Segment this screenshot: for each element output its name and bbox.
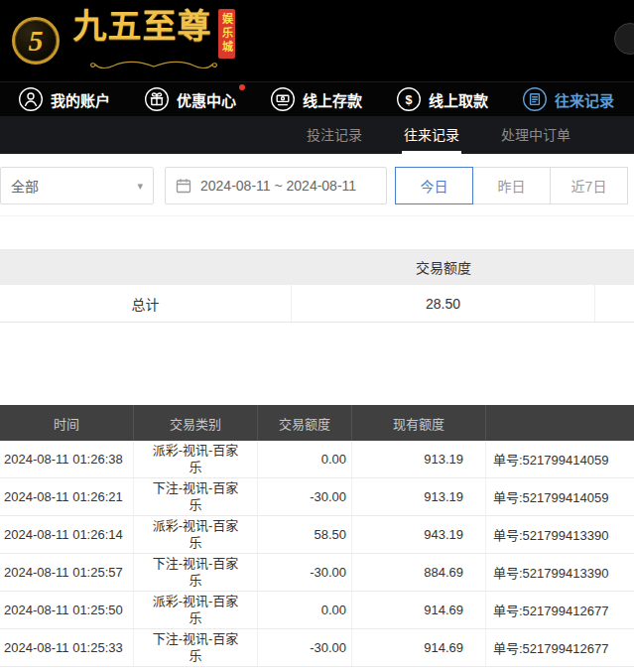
type-cell: 下注-视讯-百家乐 bbox=[134, 554, 258, 591]
gift-icon bbox=[144, 86, 170, 112]
time-cell: 2024-08-11 01:25:57 bbox=[0, 554, 134, 591]
balance-cell: 913.19 bbox=[352, 478, 486, 515]
chevron-down-icon: ▾ bbox=[137, 180, 143, 193]
amount-cell: 58.50 bbox=[258, 516, 352, 553]
filter-bar: 全部 ▾ 2024-08-11 ~ 2024-08-11 今日 昨日 近7日 bbox=[0, 154, 634, 216]
logo-coin-icon: 5 bbox=[12, 17, 60, 65]
site-logo[interactable]: 5 九五至尊 娱乐城 bbox=[0, 9, 238, 72]
main-nav: 我的账户 优惠中心 bbox=[0, 81, 634, 116]
order-cell: 单号:521799412677 bbox=[486, 629, 634, 666]
range-last7days-button[interactable]: 近7日 bbox=[550, 167, 628, 204]
amount-cell: 0.00 bbox=[258, 592, 352, 628]
summary-total-label: 总计 bbox=[0, 285, 292, 322]
summary-total-value: 28.50 bbox=[292, 285, 595, 322]
balance-cell: 913.19 bbox=[352, 441, 486, 477]
notification-dot bbox=[239, 84, 245, 90]
col-header-order bbox=[486, 405, 634, 441]
nav-label: 我的账户 bbox=[51, 89, 110, 110]
order-cell: 单号:521799414059 bbox=[486, 441, 634, 477]
records-icon bbox=[522, 86, 548, 112]
order-cell: 单号:521799414059 bbox=[486, 478, 634, 515]
col-header-type: 交易类别 bbox=[134, 405, 258, 441]
type-cell: 下注-视讯-百家乐 bbox=[134, 629, 258, 666]
records-table-header: 时间 交易类别 交易额度 现有额度 bbox=[0, 405, 634, 441]
col-header-amount: 交易额度 bbox=[258, 405, 352, 441]
balance-cell: 943.19 bbox=[352, 516, 486, 553]
table-row: 2024-08-11 01:26:14 派彩-视讯-百家乐 58.50 943.… bbox=[0, 516, 634, 554]
quick-range-group: 今日 昨日 近7日 bbox=[395, 167, 628, 204]
order-cell: 单号:521799413390 bbox=[486, 554, 634, 591]
balance-cell: 914.69 bbox=[352, 592, 486, 628]
amount-cell: 0.00 bbox=[258, 441, 352, 477]
nav-item-withdraw[interactable]: $ 线上取款 bbox=[396, 86, 488, 112]
time-cell: 2024-08-11 01:25:50 bbox=[0, 592, 134, 628]
record-tabs: 投注记录 往来记录 处理中订单 bbox=[0, 116, 634, 154]
tab-transaction-records[interactable]: 往来记录 bbox=[402, 116, 461, 154]
time-cell: 2024-08-11 01:26:21 bbox=[0, 478, 134, 515]
time-cell: 2024-08-11 01:26:38 bbox=[0, 441, 134, 477]
summary-amount-header: 交易额度 bbox=[292, 257, 595, 277]
nav-item-records[interactable]: 往来记录 bbox=[522, 86, 614, 112]
table-row: 2024-08-11 01:25:57 下注-视讯-百家乐 -30.00 884… bbox=[0, 554, 634, 592]
withdraw-icon: $ bbox=[396, 86, 422, 112]
nav-label: 往来记录 bbox=[555, 89, 614, 110]
amount-cell: -30.00 bbox=[258, 554, 352, 591]
svg-text:$: $ bbox=[406, 93, 413, 107]
balance-cell: 884.69 bbox=[352, 554, 486, 591]
nav-item-my-account[interactable]: 我的账户 bbox=[18, 86, 110, 112]
type-cell: 派彩-视讯-百家乐 bbox=[134, 441, 258, 477]
balance-cell: 914.69 bbox=[352, 629, 486, 666]
col-header-balance: 现有额度 bbox=[352, 405, 486, 441]
table-row: 2024-08-11 01:26:38 派彩-视讯-百家乐 0.00 913.1… bbox=[0, 441, 634, 478]
site-header: 5 九五至尊 娱乐城 bbox=[0, 0, 634, 81]
nav-item-promotions[interactable]: 优惠中心 bbox=[144, 86, 236, 112]
type-select-value: 全部 bbox=[11, 176, 39, 196]
order-cell: 单号:521799413390 bbox=[486, 516, 634, 553]
type-cell: 派彩-视讯-百家乐 bbox=[134, 516, 258, 553]
spacer bbox=[0, 323, 634, 405]
range-today-button[interactable]: 今日 bbox=[395, 167, 473, 204]
logo-symbol: 5 bbox=[29, 24, 44, 58]
calendar-icon bbox=[176, 178, 191, 194]
summary-header-row: 交易额度 bbox=[0, 249, 634, 285]
nav-label: 线上取款 bbox=[429, 89, 488, 110]
order-cell: 单号:521799412677 bbox=[486, 592, 634, 628]
date-range-picker[interactable]: 2024-08-11 ~ 2024-08-11 bbox=[165, 167, 387, 204]
logo-title: 九五至尊 bbox=[73, 9, 212, 45]
page: 5 九五至尊 娱乐城 bbox=[0, 0, 634, 672]
amount-cell: -30.00 bbox=[258, 478, 352, 515]
tab-processing-orders[interactable]: 处理中订单 bbox=[499, 116, 572, 154]
nav-item-deposit[interactable]: 线上存款 bbox=[270, 86, 362, 112]
table-row: 2024-08-11 01:25:50 派彩-视讯-百家乐 0.00 914.6… bbox=[0, 592, 634, 629]
range-yesterday-button[interactable]: 昨日 bbox=[472, 167, 551, 204]
nav-label: 线上存款 bbox=[303, 89, 362, 110]
time-cell: 2024-08-11 01:25:33 bbox=[0, 629, 134, 666]
time-cell: 2024-08-11 01:26:14 bbox=[0, 516, 134, 553]
logo-badge: 娱乐城 bbox=[218, 9, 235, 59]
user-icon bbox=[18, 86, 44, 112]
table-row: 2024-08-11 01:25:33 下注-视讯-百家乐 -30.00 914… bbox=[0, 629, 634, 667]
service-bubble-icon[interactable] bbox=[614, 23, 634, 55]
logo-flourish-icon bbox=[69, 60, 238, 72]
type-cell: 下注-视讯-百家乐 bbox=[134, 478, 258, 515]
nav-label: 优惠中心 bbox=[177, 89, 236, 110]
type-select[interactable]: 全部 ▾ bbox=[0, 167, 154, 204]
type-cell: 派彩-视讯-百家乐 bbox=[134, 592, 258, 628]
logo-text-block: 九五至尊 娱乐城 bbox=[69, 9, 238, 72]
col-header-time: 时间 bbox=[0, 405, 134, 441]
spacer bbox=[0, 216, 634, 249]
records-table-body: 2024-08-11 01:26:38 派彩-视讯-百家乐 0.00 913.1… bbox=[0, 441, 634, 667]
deposit-icon bbox=[270, 86, 296, 112]
table-row: 2024-08-11 01:26:21 下注-视讯-百家乐 -30.00 913… bbox=[0, 478, 634, 516]
date-range-value: 2024-08-11 ~ 2024-08-11 bbox=[200, 178, 356, 194]
amount-cell: -30.00 bbox=[258, 629, 352, 666]
tab-bet-records[interactable]: 投注记录 bbox=[305, 116, 364, 154]
summary-total-row: 总计 28.50 bbox=[0, 285, 634, 323]
